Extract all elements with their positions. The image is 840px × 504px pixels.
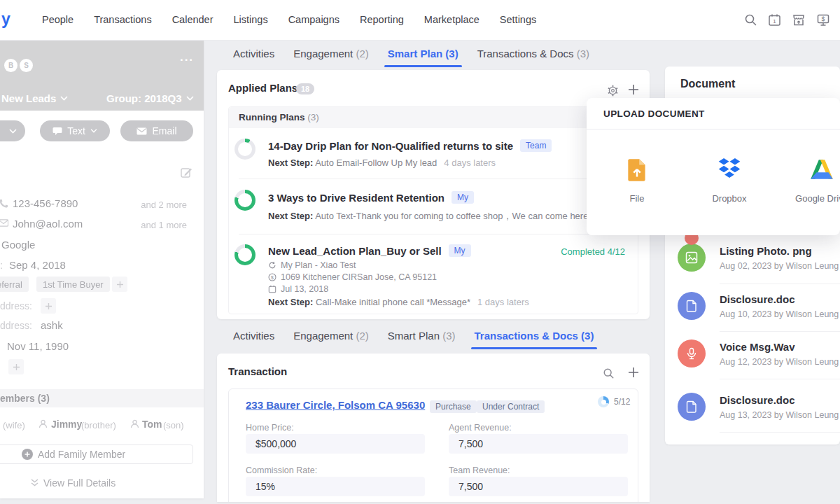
email-action-button[interactable]: Email	[120, 120, 193, 141]
billing-monitor-icon[interactable]: $	[816, 13, 830, 27]
plan-name-row: My Plan - Xiao Test	[268, 260, 356, 270]
document-name[interactable]: Disclosure.doc	[720, 394, 795, 406]
home-price-input[interactable]	[246, 434, 425, 454]
upload-option-google-drive[interactable]: Google Drive	[790, 157, 840, 204]
upload-option-file[interactable]: File	[606, 157, 668, 204]
tab-smart-plan[interactable]: Smart Plan (3)	[388, 330, 456, 342]
agent-revenue-input[interactable]	[449, 434, 628, 454]
plan-completed-status: Completed 4/12	[561, 246, 625, 257]
divider	[239, 178, 628, 179]
nav-item-transactions[interactable]: Transactions	[94, 14, 151, 25]
team-revenue-input[interactable]	[449, 477, 628, 496]
contact-phone[interactable]: 123-456-7890	[13, 197, 78, 209]
add-plan-icon[interactable]	[627, 83, 640, 96]
nav-item-people[interactable]: People	[42, 14, 74, 25]
email-more-link[interactable]: and 1 more	[141, 220, 187, 230]
add-family-member-button[interactable]: Add Family Member	[0, 444, 193, 464]
contact-email[interactable]: John@aol.com	[13, 218, 83, 230]
document-meta: Aug 02, 2023 by Wilson Leung	[720, 261, 839, 271]
plan-title[interactable]: 3 Ways to Drive Resident RetentionMy	[268, 191, 474, 204]
member-tom-relation: (son)	[163, 420, 184, 430]
tab-transactions-docs[interactable]: Transactions & Docs (3)	[475, 330, 594, 342]
calendar-icon[interactable]: 1	[768, 13, 781, 27]
add-field-button[interactable]	[8, 359, 24, 374]
tag-referral[interactable]: eferral	[0, 276, 29, 292]
add-transaction-icon[interactable]	[627, 366, 640, 379]
contact-panel: B S ··· New Leads Group: 2018Q3 Text Ema…	[0, 41, 204, 498]
double-chevron-down-icon	[30, 479, 39, 487]
nav-icon-group: 1 $	[744, 13, 830, 27]
created-date: Sep 4, 2018	[9, 259, 66, 271]
brand-logo[interactable]: y	[1, 10, 10, 29]
nav-item-marketplace[interactable]: Marketplace	[424, 14, 479, 25]
member-jimmy-relation: (brother)	[81, 420, 116, 430]
document-name[interactable]: Disclosure.doc	[720, 293, 795, 305]
tab-label: Smart Plan	[388, 48, 442, 59]
plan-title[interactable]: New Lead_Action Plan_Buy or SellMy	[268, 244, 471, 257]
audio-file-icon	[678, 340, 706, 368]
tab-smart-plan[interactable]: Smart Plan (3)	[388, 48, 458, 59]
upload-popup-title: UPLOAD DOCUMENT	[603, 108, 705, 119]
address1-label: ddress:	[0, 300, 32, 312]
tab-count: (2)	[356, 48, 368, 59]
file-upload-icon	[624, 157, 650, 183]
sync-icon	[268, 261, 276, 270]
member-tom-name[interactable]: Tom	[142, 419, 162, 430]
tab-activities[interactable]: Activities	[233, 48, 274, 59]
badge-b: B	[4, 59, 18, 72]
more-menu-icon[interactable]: ···	[180, 53, 194, 67]
email-action-label: Email	[152, 125, 176, 136]
member-jimmy-name[interactable]: Jimmy	[51, 419, 82, 430]
nav-item-campaigns[interactable]: Campaigns	[288, 14, 340, 25]
group-dropdown[interactable]: Group: 2018Q3	[106, 92, 194, 104]
tag-first-time-buyer[interactable]: 1st Time Buyer	[36, 276, 110, 292]
next-step-value: Auto Text-Thank you for coming to coffee…	[315, 211, 591, 221]
text-action-button[interactable]: Text	[40, 120, 110, 141]
next-step-label: Next Step:	[268, 158, 313, 168]
plan-title-text: 14-Day Drip Plan for Non-Qualified retur…	[268, 140, 513, 152]
edit-notes-icon[interactable]	[181, 167, 192, 178]
document-name[interactable]: Voice Msg.Wav	[720, 341, 795, 353]
transaction-address-link[interactable]: 233 Baurer Circle, Folsom CA 95630	[246, 399, 425, 411]
google-drive-icon	[808, 157, 835, 183]
divider	[720, 284, 840, 284]
nav-item-calendar[interactable]: Calender	[172, 14, 214, 25]
upload-option-dropbox[interactable]: Dropbox	[698, 157, 761, 204]
upload-document-popup: UPLOAD DOCUMENT File Dropbox Google Driv…	[587, 98, 840, 235]
add-tag-button[interactable]	[112, 276, 127, 292]
detail-tabs-bottom: Activities Engagement (2) Smart Plan (3)…	[233, 330, 594, 342]
dollar-circle-icon: $	[268, 273, 276, 281]
nav-item-settings[interactable]: Settings	[500, 14, 536, 25]
marketplace-store-icon[interactable]	[792, 13, 806, 27]
nav-item-listings[interactable]: Listings	[233, 14, 267, 25]
tab-engagement[interactable]: Engagement (2)	[293, 48, 369, 59]
add-address-button[interactable]	[41, 298, 56, 314]
search-icon[interactable]	[744, 13, 757, 27]
plan-address-row: $ 1069 Kitchener CIRSan Jose, CA 95121	[268, 272, 437, 282]
divider	[239, 234, 628, 234]
tab-activities[interactable]: Activities	[233, 330, 274, 342]
pipeline-dropdown[interactable]: New Leads	[1, 92, 68, 104]
plan-next-step: Next Step: Auto Text-Thank you for comin…	[268, 210, 591, 223]
search-icon[interactable]	[603, 368, 615, 379]
document-meta: Aug 10, 2023 by Wilson Leung	[720, 309, 839, 319]
plan-scope-badge: Team	[520, 139, 552, 152]
call-action-button[interactable]	[0, 120, 25, 141]
plan-date-row: Jul 13, 2018	[268, 284, 328, 294]
nav-item-reporting[interactable]: Reporting	[360, 14, 404, 25]
main-nav: People Transactions Calender Listings Ca…	[42, 14, 536, 25]
document-name[interactable]: Listing Photo. png	[720, 245, 812, 257]
transaction-title: Transaction	[228, 365, 287, 377]
tab-transactions-docs[interactable]: Transactions & Docs (3)	[477, 48, 589, 59]
chevron-down-icon	[60, 96, 68, 101]
view-full-details-link[interactable]: View Full Details	[30, 477, 115, 489]
tab-label: Smart Plan	[388, 330, 440, 342]
tab-engagement[interactable]: Engagement (2)	[293, 330, 369, 342]
plan-title[interactable]: 14-Day Drip Plan for Non-Qualified retur…	[268, 139, 552, 152]
contact-header-photo: B S ··· New Leads Group: 2018Q3	[0, 41, 204, 111]
phone-more-link[interactable]: and 2 more	[141, 200, 187, 210]
doc-file-icon	[678, 393, 706, 421]
commission-rate-input[interactable]	[246, 477, 425, 496]
members-header-label: embers (3)	[0, 393, 50, 404]
gear-icon[interactable]	[607, 85, 619, 97]
